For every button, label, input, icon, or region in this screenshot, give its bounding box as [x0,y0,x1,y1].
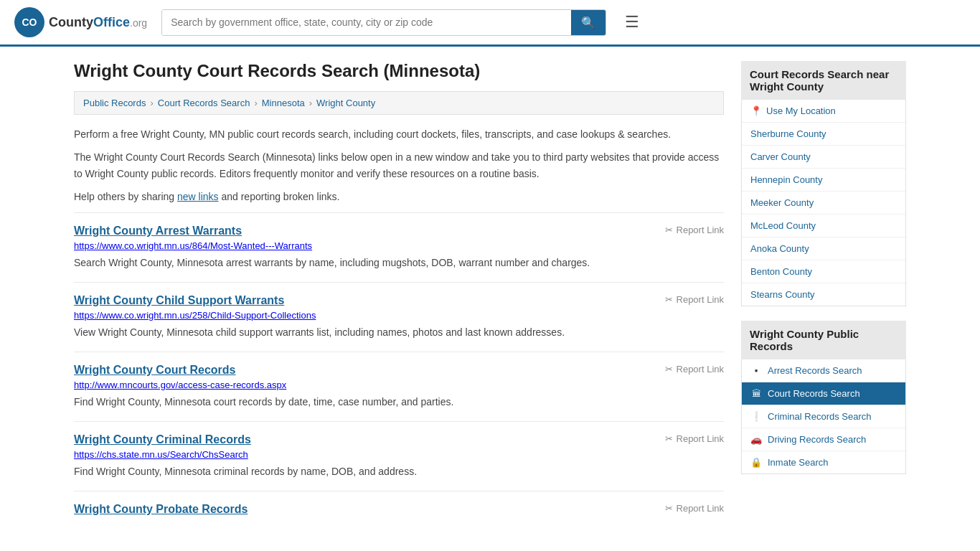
record-desc-3: Find Wright County, Minnesota criminal r… [74,464,724,479]
scissors-icon-2: ✂ [665,364,673,375]
record-header-1: Wright County Child Support Warrants ✂ R… [74,294,724,307]
scissors-icon-0: ✂ [665,225,673,235]
nearby-section: Court Records Search near Wright County … [741,61,906,306]
record-item-1: Wright County Child Support Warrants ✂ R… [74,282,724,352]
record-title-4[interactable]: Wright County Probate Records [74,503,248,516]
record-item-2: Wright County Court Records ✂ Report Lin… [74,352,724,421]
records-list: Wright County Arrest Warrants ✂ Report L… [74,212,724,530]
pub-rec-link-4[interactable]: Inmate Search [768,457,829,468]
menu-button[interactable]: ☰ [621,9,644,36]
pub-rec-icon-2: ❕ [750,411,762,422]
description-3-post: and reporting broken links. [219,191,340,202]
record-url-1[interactable]: https://www.co.wright.mn.us/258/Child-Su… [74,310,724,321]
nearby-county-2[interactable]: Hennepin County [742,169,905,192]
search-input[interactable] [162,10,571,35]
report-link-btn-3[interactable]: ✂ Report Link [665,433,724,444]
search-icon: 🔍 [581,17,595,29]
description-1: Perform a free Wright County, MN public … [74,126,724,142]
report-link-btn-1[interactable]: ✂ Report Link [665,294,724,305]
record-url-2[interactable]: http://www.mncourts.gov/access-case-reco… [74,380,724,390]
record-item-0: Wright County Arrest Warrants ✂ Report L… [74,212,724,282]
breadcrumb-court-records[interactable]: Court Records Search [158,98,250,108]
record-item-4: Wright County Probate Records ✂ Report L… [74,491,724,530]
record-title-0[interactable]: Wright County Arrest Warrants [74,225,242,237]
breadcrumb-sep-1: › [150,98,153,108]
nearby-county-link-4[interactable]: McLeod County [750,220,816,231]
nearby-county-5[interactable]: Anoka County [742,237,905,260]
scissors-icon-3: ✂ [665,433,673,444]
report-link-btn-2[interactable]: ✂ Report Link [665,364,724,375]
breadcrumb-public-records[interactable]: Public Records [83,98,146,108]
record-title-1[interactable]: Wright County Child Support Warrants [74,294,284,307]
nearby-county-link-7[interactable]: Stearns County [750,289,815,300]
nearby-county-3[interactable]: Meeker County [742,192,905,215]
nearby-county-link-1[interactable]: Carver County [750,151,811,162]
breadcrumb-minnesota[interactable]: Minnesota [262,98,305,108]
nearby-county-6[interactable]: Benton County [742,260,905,283]
pub-rec-link-3[interactable]: Driving Records Search [768,434,866,445]
record-item-3: Wright County Criminal Records ✂ Report … [74,421,724,491]
breadcrumb-wright-county[interactable]: Wright County [316,98,375,108]
record-header-2: Wright County Court Records ✂ Report Lin… [74,364,724,377]
report-label-2: Report Link [677,364,724,375]
use-my-location[interactable]: 📍 Use My Location [742,100,905,123]
pub-rec-link-1[interactable]: Court Records Search [768,388,860,399]
record-desc-2: Find Wright County, Minnesota court reco… [74,395,724,410]
right-sidebar: Court Records Search near Wright County … [741,61,906,530]
nearby-county-7[interactable]: Stearns County [742,283,905,306]
page-title: Wright County Court Records Search (Minn… [74,61,724,81]
logo-icon: CO [14,7,44,37]
description-3-pre: Help others by sharing [74,191,177,202]
pub-rec-item-3[interactable]: 🚗 Driving Records Search [742,428,905,451]
public-records-header: Wright County Public Records [741,321,906,359]
nearby-county-link-2[interactable]: Hennepin County [750,174,822,185]
record-header-4: Wright County Probate Records ✂ Report L… [74,503,724,516]
pub-rec-item-2[interactable]: ❕ Criminal Records Search [742,405,905,428]
record-url-3[interactable]: https://chs.state.mn.us/Search/ChsSearch [74,449,724,460]
logo[interactable]: CO CountyOffice.org [14,7,147,37]
description-3: Help others by sharing new links and rep… [74,189,724,204]
nearby-county-link-3[interactable]: Meeker County [750,197,814,208]
description-2: The Wright County Court Records Search (… [74,149,724,182]
nearby-county-link-6[interactable]: Benton County [750,266,812,277]
search-button[interactable]: 🔍 [571,10,606,35]
nearby-county-link-0[interactable]: Sherburne County [750,128,826,139]
pub-rec-link-0[interactable]: Arrest Records Search [768,365,862,376]
nearby-county-link-5[interactable]: Anoka County [750,243,809,254]
nearby-body: 📍 Use My Location Sherburne CountyCarver… [741,100,906,306]
public-records-section: Wright County Public Records ▪ Arrest Re… [741,321,906,474]
nearby-county-4[interactable]: McLeod County [742,215,905,237]
record-title-3[interactable]: Wright County Criminal Records [74,433,251,446]
record-header-3: Wright County Criminal Records ✂ Report … [74,433,724,446]
nearby-counties-list: Sherburne CountyCarver CountyHennepin Co… [742,123,905,306]
pub-rec-item-4[interactable]: 🔒 Inmate Search [742,451,905,474]
pub-rec-item-0[interactable]: ▪ Arrest Records Search [742,359,905,382]
logo-text-county: County [49,15,93,29]
record-title-2[interactable]: Wright County Court Records [74,364,235,377]
report-label-0: Report Link [677,225,724,235]
record-url-0[interactable]: https://www.co.wright.mn.us/864/Most-Wan… [74,240,724,251]
nearby-county-0[interactable]: Sherburne County [742,123,905,146]
search-bar: 🔍 [161,9,606,36]
record-desc-1: View Wright County, Minnesota child supp… [74,325,724,340]
report-label-3: Report Link [677,433,724,444]
pub-rec-icon-0: ▪ [750,365,762,376]
nearby-county-1[interactable]: Carver County [742,146,905,169]
use-location-link[interactable]: Use My Location [766,105,836,116]
record-desc-0: Search Wright County, Minnesota arrest w… [74,255,724,270]
pub-rec-item-1[interactable]: 🏛 Court Records Search [742,382,905,405]
scissors-icon-1: ✂ [665,294,673,305]
report-link-btn-0[interactable]: ✂ Report Link [665,225,724,235]
pub-rec-link-2[interactable]: Criminal Records Search [768,411,872,422]
new-links-link[interactable]: new links [177,191,219,202]
scissors-icon-4: ✂ [665,503,673,514]
report-link-btn-4[interactable]: ✂ Report Link [665,503,724,514]
pub-rec-icon-3: 🚗 [750,434,762,445]
hamburger-icon: ☰ [625,13,639,31]
record-header-0: Wright County Arrest Warrants ✂ Report L… [74,225,724,237]
report-label-4: Report Link [677,503,724,514]
breadcrumb-sep-3: › [309,98,312,108]
public-records-body: ▪ Arrest Records Search 🏛 Court Records … [741,359,906,474]
svg-text:CO: CO [22,17,37,28]
pub-rec-icon-4: 🔒 [750,457,762,468]
